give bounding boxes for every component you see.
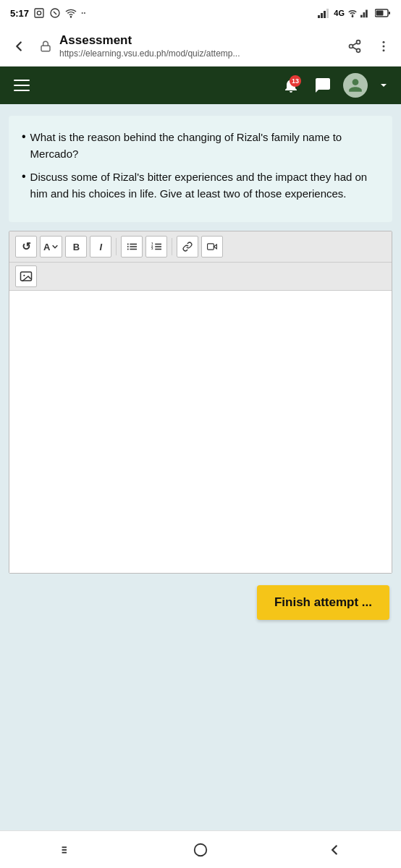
question-card: • What is the reason behind the changing…	[9, 116, 392, 222]
link-button[interactable]	[177, 236, 198, 258]
lock-icon	[38, 38, 54, 54]
status-bar-right: 4G	[318, 8, 391, 18]
svg-rect-0	[35, 9, 43, 17]
dnd-icon	[49, 7, 61, 19]
undo-button[interactable]: ↺	[15, 236, 37, 258]
nav-title-block: Assessment https://elearning.vsu.edu.ph/…	[59, 33, 337, 59]
italic-button[interactable]: I	[90, 236, 111, 258]
bullet-1: •	[22, 130, 26, 143]
recent-apps-button[interactable]	[45, 834, 88, 866]
back-nav-button[interactable]	[313, 834, 356, 866]
svg-rect-28	[127, 244, 129, 245]
bottom-nav-bar	[0, 830, 401, 868]
nav-actions	[343, 35, 395, 58]
svg-rect-7	[324, 11, 326, 18]
svg-rect-8	[326, 9, 329, 18]
svg-line-21	[353, 43, 357, 45]
screenshot-icon	[33, 7, 45, 19]
svg-rect-15	[376, 11, 384, 16]
notification-badge: 13	[290, 75, 301, 87]
svg-point-24	[383, 49, 385, 51]
svg-point-23	[383, 45, 385, 47]
nav-url: https://elearning.vsu.edu.ph/mod/quiz/at…	[59, 48, 337, 59]
ellipsis: ··	[81, 8, 86, 18]
editor-toolbar-row2	[9, 263, 392, 291]
svg-point-18	[350, 44, 353, 48]
svg-point-4	[70, 17, 71, 17]
question-text-1: What is the reason behind the changing o…	[30, 129, 379, 163]
svg-point-9	[352, 16, 353, 17]
svg-rect-38	[208, 244, 214, 250]
ordered-list-button[interactable]: 1 2 3	[145, 236, 167, 258]
question-item-2: • Discuss some of Rizal's bitter experie…	[22, 169, 379, 203]
finish-attempt-button[interactable]: Finish attempt ...	[257, 585, 389, 620]
bullet-2: •	[22, 170, 26, 183]
home-button[interactable]	[179, 834, 222, 866]
toolbar-separator-2	[172, 238, 172, 255]
more-options-button[interactable]	[372, 35, 395, 58]
svg-rect-10	[360, 15, 363, 18]
svg-point-1	[37, 11, 41, 14]
media-button[interactable]	[201, 236, 223, 258]
image-insert-button[interactable]	[15, 265, 37, 287]
question-item-1: • What is the reason behind the changing…	[22, 129, 379, 163]
font-button[interactable]: A	[40, 236, 62, 258]
share-button[interactable]	[343, 35, 366, 58]
signal2-icon	[360, 8, 372, 18]
unordered-list-button[interactable]	[121, 236, 143, 258]
back-button[interactable]	[6, 33, 32, 59]
status-time: 5:17	[10, 8, 29, 19]
status-bar: 5:17 ·· 4G	[0, 0, 401, 26]
bold-button[interactable]: B	[65, 236, 87, 258]
svg-rect-39	[21, 272, 32, 281]
svg-point-44	[195, 843, 207, 856]
hamburger-line-1	[14, 80, 30, 81]
svg-line-3	[54, 12, 56, 14]
editor-content-area[interactable]	[9, 291, 392, 573]
hamburger-line-2	[14, 85, 30, 86]
svg-rect-29	[127, 246, 129, 247]
svg-marker-37	[214, 244, 217, 249]
wifi-icon	[65, 7, 77, 19]
editor-toolbar: ↺ A B I	[9, 231, 392, 263]
svg-line-20	[353, 47, 357, 49]
svg-point-17	[357, 40, 360, 43]
svg-point-19	[357, 48, 360, 52]
notification-button[interactable]: 13	[279, 74, 303, 97]
avatar-dropdown-button[interactable]	[376, 78, 391, 93]
svg-point-40	[23, 275, 25, 276]
signal-type: 4G	[334, 9, 345, 17]
status-bar-left: 5:17 ··	[10, 7, 86, 19]
question-text-2: Discuss some of Rizal's bitter experienc…	[30, 169, 379, 203]
editor-container: ↺ A B I	[9, 231, 392, 574]
app-toolbar: 13	[0, 67, 401, 104]
nav-bar: Assessment https://elearning.vsu.edu.ph/…	[0, 26, 401, 67]
svg-rect-5	[318, 15, 320, 18]
svg-rect-12	[366, 10, 368, 18]
svg-rect-14	[389, 12, 390, 14]
svg-rect-6	[321, 13, 323, 18]
toolbar-separator-1	[116, 238, 117, 255]
signal-icon	[318, 8, 331, 18]
svg-rect-30	[127, 249, 129, 250]
svg-rect-16	[41, 46, 50, 51]
main-content: • What is the reason behind the changing…	[0, 104, 401, 755]
battery-icon	[375, 9, 391, 17]
wifi-small-icon	[347, 9, 358, 17]
finish-area: Finish attempt ...	[9, 574, 392, 631]
svg-point-22	[383, 41, 385, 43]
menu-button[interactable]	[10, 74, 33, 97]
svg-text:3: 3	[151, 247, 153, 250]
chat-button[interactable]	[311, 74, 334, 97]
nav-title: Assessment	[59, 33, 337, 48]
avatar[interactable]	[343, 73, 368, 98]
svg-rect-11	[363, 12, 366, 17]
hamburger-line-3	[14, 90, 30, 91]
